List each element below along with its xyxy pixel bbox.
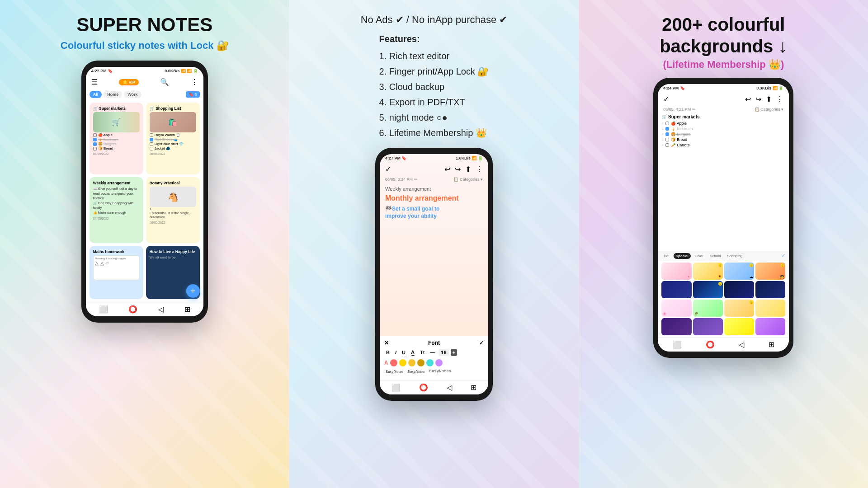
nav-circle-right[interactable]: ⭕ <box>706 340 715 349</box>
color-yellow[interactable] <box>399 359 406 366</box>
bg-thumb-night3[interactable] <box>724 281 754 298</box>
nav-icons-mid: ↩ ↪ ⬆ ⋮ <box>444 165 483 174</box>
note-botany[interactable]: Botany Practical 🐴 1.Epidermis i. It is … <box>146 177 200 243</box>
tab-work[interactable]: Work <box>124 91 141 98</box>
lock-icon-girls: 🔒 <box>781 263 784 267</box>
color-purple[interactable] <box>435 359 443 366</box>
bg-thumb-palm[interactable] <box>755 300 785 317</box>
nav-square-mid[interactable]: ⬜ <box>392 383 401 392</box>
tab-shopping[interactable]: Shopping <box>725 253 745 259</box>
bg-thumb-cherry[interactable]: 🌸 <box>661 300 691 317</box>
color-cyan[interactable] <box>426 359 434 366</box>
more-icon-mid[interactable]: ⋮ <box>476 165 483 174</box>
redo-icon-right[interactable]: ↪ <box>755 95 761 103</box>
bg-thumb-night1[interactable] <box>661 281 691 298</box>
cb-right-burgers[interactable] <box>665 132 669 136</box>
cb-right-apple[interactable] <box>665 122 669 125</box>
redo-icon[interactable]: ↪ <box>455 165 461 174</box>
font-sample-3[interactable]: EasyNotes <box>429 369 451 374</box>
bg-thumb-purple-light[interactable] <box>755 318 785 335</box>
note-supermarkets[interactable]: 🛒 Super markets 🛒 🍎 Apple 🍦 Icecream 🍔 B… <box>90 103 143 174</box>
font-color-icon[interactable]: A <box>384 360 388 366</box>
font-sample-1[interactable]: EasyNotes <box>386 369 403 374</box>
time-mid: 4:27 PM 🔖 <box>385 156 407 160</box>
nav-back[interactable]: ◁ <box>158 305 164 314</box>
share-icon[interactable]: ⬆ <box>465 165 471 174</box>
time-right: 4:24 PM 🔖 <box>663 86 685 90</box>
nav-circle-mid[interactable]: ⭕ <box>419 383 428 392</box>
color-gold[interactable] <box>408 359 415 366</box>
nav-back-right[interactable]: ◁ <box>739 340 744 349</box>
tab-color[interactable]: Color <box>693 253 706 259</box>
bg-thumb-night4[interactable] <box>755 281 785 298</box>
nav-more-right[interactable]: ⊞ <box>769 340 774 349</box>
feature-3: 3. Cloud backup <box>379 79 489 94</box>
fab-add-button[interactable]: + <box>186 284 200 298</box>
cb-icecream[interactable] <box>93 138 97 141</box>
lock-icon-clouds: 🔒 <box>750 263 753 267</box>
app-nav-mid: ✓ ↩ ↪ ⬆ ⋮ <box>380 162 488 176</box>
tab-bookmark[interactable]: 🔖 6 <box>186 91 200 98</box>
bold-btn[interactable]: B <box>384 349 392 356</box>
cb-right-icecream[interactable] <box>665 127 669 131</box>
note-weekly[interactable]: Weekly arrangement 📖 Give yourself half … <box>90 177 143 243</box>
nav-back-mid[interactable]: ◁ <box>447 383 452 392</box>
cb-right-bread[interactable] <box>665 138 669 141</box>
cb-right-carrots[interactable] <box>665 143 669 147</box>
note-shopping[interactable]: 🛒 Shopping List 🛍️ Royal Watch ⌚ Red Sho… <box>146 103 200 174</box>
share-icon-right[interactable]: ⬆ <box>766 95 772 103</box>
more-icon-right[interactable]: ⋮ <box>776 95 783 103</box>
bg-thumb-sunflower[interactable]: 🔒 🌻 <box>693 263 723 280</box>
note-maths[interactable]: Maths homework Rotating & scaling shapes… <box>90 246 143 299</box>
cb-watch[interactable] <box>150 133 153 137</box>
menu-icon[interactable]: ☰ <box>91 78 98 86</box>
more-icon[interactable]: ⋮ <box>191 78 198 86</box>
tab-hot[interactable]: Hot <box>661 253 671 259</box>
color-red[interactable] <box>390 359 397 366</box>
bg-thumb-purple-dark[interactable] <box>661 318 691 335</box>
vip-badge[interactable]: ⭐ VIP <box>119 79 139 85</box>
search-icon[interactable]: 🔍 <box>160 78 169 86</box>
text-size-btn[interactable]: Tt <box>418 349 426 356</box>
font-confirm[interactable]: ✓ <box>479 340 484 346</box>
categories-mid[interactable]: 📋 Categories ▾ <box>453 177 483 182</box>
italic-btn[interactable]: I <box>393 349 398 356</box>
cb-apple[interactable] <box>93 133 97 137</box>
undo-icon[interactable]: ↩ <box>444 165 450 174</box>
nav-square-right[interactable]: ⬜ <box>673 340 682 349</box>
nav-square[interactable]: ⬜ <box>99 305 108 314</box>
cb-jacket[interactable] <box>150 147 153 150</box>
bg-thumb-flowers[interactable]: 🌸 <box>661 263 691 280</box>
undo-icon-right[interactable]: ↩ <box>745 95 751 103</box>
bg-thumb-purple-med[interactable] <box>693 318 723 335</box>
cb-shoes[interactable] <box>150 138 153 141</box>
bg-thumb-tropical[interactable]: 🌴 <box>693 300 723 317</box>
underline-btn[interactable]: U <box>400 349 407 356</box>
nav-more[interactable]: ⊞ <box>184 305 190 314</box>
check-icon-right[interactable]: ✓ <box>663 95 669 103</box>
font-close[interactable]: ✕ <box>384 340 389 346</box>
tab-all[interactable]: All <box>90 91 102 98</box>
nav-circle[interactable]: ⭕ <box>128 305 137 314</box>
tab-special[interactable]: Special <box>674 253 691 259</box>
categories-right[interactable]: 📋 Categories ▾ <box>755 107 784 112</box>
increase-btn[interactable]: + <box>451 349 457 356</box>
bg-thumb-clouds[interactable]: 🔒 ☁ <box>724 263 754 280</box>
tab-home[interactable]: Home <box>104 91 122 98</box>
bg-thumb-beach[interactable]: 🔒 <box>724 300 754 317</box>
strikethrough-btn[interactable]: A̲ <box>409 349 416 357</box>
cb-bread[interactable] <box>93 147 97 150</box>
decrease-btn[interactable]: — <box>428 349 437 356</box>
bg-thumb-girls[interactable]: 🔒 👧 <box>755 263 785 280</box>
cb-burgers[interactable] <box>93 142 97 146</box>
color-amber[interactable] <box>417 359 425 366</box>
check-icon[interactable]: ✓ <box>385 165 391 174</box>
bg-thumb-yellow[interactable] <box>724 318 754 335</box>
font-sample-2[interactable]: EasyNotes <box>407 369 425 374</box>
bg-thumb-night2[interactable]: 🔒 <box>693 281 723 298</box>
bg-tabs: Hot Special Color School Shopping ✓ <box>658 251 789 261</box>
cb-shirt[interactable] <box>150 142 153 146</box>
tab-school[interactable]: School <box>708 253 723 259</box>
font-size-display: 16 <box>439 349 448 356</box>
nav-more-mid[interactable]: ⊞ <box>471 383 476 392</box>
